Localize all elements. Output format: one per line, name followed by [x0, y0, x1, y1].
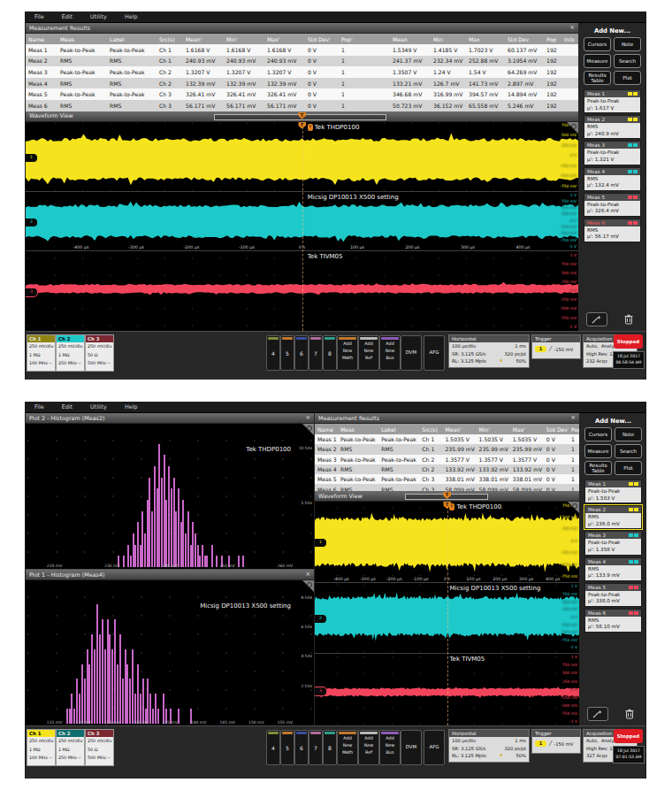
meas-4-badge[interactable]: Meas 4RMSμ': 132.4 mV — [584, 167, 641, 191]
channel-badge-ch-2[interactable]: Ch 2250 mV/div1 MΩ250 MHz~ — [56, 334, 85, 372]
addnew-search-button[interactable]: Search — [614, 54, 641, 68]
horizontal-panel[interactable]: Horizontal100 μs/div1 msSR: 3.125 GS/s32… — [448, 334, 530, 368]
meas-1-badge[interactable]: Meas 1Peak-to-Peakμ': 1.503 V — [584, 480, 642, 503]
table-row[interactable]: Meas 4RMSRMSCh 2133.92 mV133.92 mV133.92… — [315, 464, 579, 474]
measurement-results-titlebar[interactable]: Measurement Results × — [26, 23, 578, 34]
menu-file[interactable]: File — [26, 403, 53, 412]
channel-badge-ch-2[interactable]: Ch 2250 mV/div1 MΩ250 MHz~ — [56, 729, 85, 766]
table-row[interactable]: Meas 4RMSRMSCh 2132.39 mV132.39 mV132.39… — [26, 78, 578, 89]
close-icon[interactable]: × — [570, 413, 576, 423]
channel-marker-ch3[interactable]: 3 — [26, 288, 38, 297]
add-new-ref-button[interactable]: AddNewRef — [358, 335, 379, 371]
channel-8-button[interactable]: 8 — [323, 730, 337, 765]
waveform-plot-area[interactable]: Tek THDP01001750 mV500 mV250 mV0 V-250 m… — [26, 122, 578, 331]
add-new-bus-button[interactable]: AddNewBus — [379, 335, 401, 371]
addnew-note-button[interactable]: Note — [614, 37, 641, 51]
channel-6-button[interactable]: 6 — [294, 335, 309, 371]
trash-icon[interactable] — [620, 708, 639, 720]
table-row[interactable]: Meas 3Peak-to-PeakPeak-to-PeakCh 21.3577… — [315, 455, 579, 464]
menu-utility[interactable]: Utility — [81, 12, 116, 22]
channel-badge-ch-1[interactable]: Ch 1250 mV/div1 MΩ100 MHz~ — [27, 334, 56, 372]
addnew-measure-button[interactable]: Measure — [584, 444, 612, 458]
meas-6-badge[interactable]: Meas 6RMSμ': 58.10 mV — [584, 609, 642, 633]
channel-7-button[interactable]: 7 — [309, 335, 323, 371]
meas-3-badge[interactable]: Meas 3Peak-to-Peakμ': 1.358 V — [584, 531, 642, 555]
channel-marker-ch2[interactable]: 2 — [26, 218, 38, 227]
close-icon[interactable]: × — [569, 23, 575, 33]
table-row[interactable]: Meas 6RMSRMSCh 358.099 mV58.099 mV58.099… — [315, 484, 579, 491]
addnew-cursors-button[interactable]: Cursors — [584, 427, 612, 441]
addnew-results-table-button[interactable]: Results Table — [584, 71, 611, 85]
channel-4-button[interactable]: 4 — [266, 730, 280, 765]
addnew-note-button[interactable]: Note — [615, 427, 642, 441]
menu-help[interactable]: Help — [116, 403, 147, 412]
addnew-plot-button[interactable]: Plot — [614, 71, 641, 85]
waveform-view-titlebar[interactable]: Waveform View T — [315, 491, 579, 502]
meas-5-badge[interactable]: Meas 5Peak-to-Peakμ': 338.0 mV — [584, 583, 642, 607]
channel-7-button[interactable]: 7 — [309, 730, 323, 765]
table-row[interactable]: Meas 3Peak-to-PeakPeak-to-PeakCh 21.3207… — [26, 66, 578, 78]
channel-badge-ch-3[interactable]: Ch 3250 mV/div50 Ω500 MHz~ — [85, 334, 114, 372]
channel-marker-ch1[interactable]: 1 — [315, 538, 327, 548]
channel-4-button[interactable]: 4 — [266, 335, 280, 371]
plot-titlebar[interactable]: Plot 2 - Histogram (Meas2)× — [26, 413, 314, 424]
meas-2-badge[interactable]: Meas 2RMSμ': 240.9 mV — [584, 115, 641, 139]
addnew-results-table-button[interactable]: Results Table — [584, 461, 612, 475]
close-icon[interactable]: × — [305, 413, 310, 423]
menu-edit[interactable]: Edit — [53, 12, 81, 22]
run-stop-status-button[interactable]: Stopped — [614, 729, 643, 743]
histogram-plot-area[interactable]: Tek THDP010010 hits5 hits220 mV230 mV240… — [26, 424, 314, 569]
afg-button[interactable]: AFG — [424, 730, 445, 765]
add-new-ref-button[interactable]: AddNewRef — [358, 730, 379, 765]
channel-marker-ch2[interactable]: 2 — [315, 614, 327, 624]
channel-badge-ch-3[interactable]: Ch 3250 mV/div50 Ω500 MHz~ — [85, 729, 114, 766]
horizontal-panel[interactable]: Horizontal100 μs/div1 msSR: 3.125 GS/s32… — [448, 729, 530, 763]
add-new-bus-button[interactable]: AddNewBus — [379, 730, 401, 765]
addnew-search-button[interactable]: Search — [615, 444, 642, 458]
table-row[interactable]: Meas 2RMSRMSCh 1235.99 mV235.99 mV235.99… — [315, 444, 579, 454]
table-row[interactable]: Meas 1Peak-to-PeakPeak-to-PeakCh 11.6168… — [26, 44, 578, 56]
dvm-button[interactable]: DVM — [401, 335, 422, 371]
plot-titlebar[interactable]: Plot 1 - Histogram (Meas4)× — [26, 570, 314, 580]
trigger-panel[interactable]: Trigger1/-150 mV — [531, 334, 581, 359]
meas-2-badge[interactable]: Meas 2RMSμ': 236.0 mV — [584, 505, 642, 529]
menu-utility[interactable]: Utility — [81, 403, 116, 412]
channel-6-button[interactable]: 6 — [294, 730, 309, 765]
meas-1-badge[interactable]: Meas 1Peak-to-Peakμ': 1.617 V — [584, 89, 641, 113]
callout-wand-button[interactable] — [586, 312, 607, 326]
channel-5-button[interactable]: 5 — [280, 335, 294, 371]
histogram-plot-area[interactable]: Micsig DP10013 X500 setting8 hits6 hits4… — [26, 580, 314, 725]
meas-5-badge[interactable]: Meas 5Peak-to-Peakμ': 326.4 mV — [584, 193, 641, 217]
table-row[interactable]: Meas 2RMSRMSCh 1240.93 mV240.93 mV240.93… — [26, 56, 578, 67]
zoom-corner-icon[interactable] — [302, 424, 314, 435]
table-row[interactable]: Meas 1Peak-to-PeakPeak-to-PeakCh 11.5035… — [315, 434, 579, 444]
table-row[interactable]: Meas 5Peak-to-PeakPeak-to-PeakCh 3338.01… — [315, 474, 579, 484]
channel-5-button[interactable]: 5 — [280, 730, 294, 765]
addnew-plot-button[interactable]: Plot — [615, 461, 642, 475]
table-row[interactable]: Meas 6RMSRMSCh 356.171 mV56.171 mV56.171… — [26, 100, 578, 111]
waveform-view-titlebar[interactable]: Waveform View T — [26, 111, 578, 122]
channel-8-button[interactable]: 8 — [323, 335, 337, 371]
dvm-button[interactable]: DVM — [401, 730, 422, 765]
menu-edit[interactable]: Edit — [53, 403, 81, 412]
menu-file[interactable]: File — [26, 12, 53, 22]
meas-3-badge[interactable]: Meas 3Peak-to-Peakμ': 1.321 V — [584, 141, 641, 165]
afg-button[interactable]: AFG — [424, 335, 445, 371]
trigger-panel[interactable]: Trigger1/-150 mV — [531, 729, 581, 754]
channel-badge-ch-1[interactable]: Ch 1250 mV/div1 MΩ100 MHz~ — [27, 729, 56, 766]
zoom-corner-icon[interactable] — [568, 502, 579, 513]
callout-wand-button[interactable] — [587, 707, 608, 721]
add-new-math-button[interactable]: AddNewMath — [337, 730, 358, 765]
channel-marker-ch1[interactable]: 1 — [26, 153, 38, 163]
trash-icon[interactable] — [619, 313, 638, 326]
waveform-plot-area[interactable]: Tek THDP01001750 mV500 mV250 mV0 V-250 m… — [315, 502, 579, 725]
addnew-measure-button[interactable]: Measure — [584, 54, 611, 68]
close-icon[interactable]: × — [305, 570, 310, 579]
zoom-corner-icon[interactable] — [302, 580, 314, 592]
table-row[interactable]: Meas 5Peak-to-PeakPeak-to-PeakCh 3326.41… — [26, 88, 578, 100]
zoom-corner-icon[interactable] — [567, 122, 578, 134]
meas-6-badge[interactable]: Meas 6RMSμ': 56.17 mV — [584, 219, 641, 242]
menu-help[interactable]: Help — [116, 12, 147, 22]
measurement-results-titlebar[interactable]: Measurement Results × — [315, 413, 579, 424]
channel-marker-ch3[interactable]: 3 — [315, 687, 327, 696]
